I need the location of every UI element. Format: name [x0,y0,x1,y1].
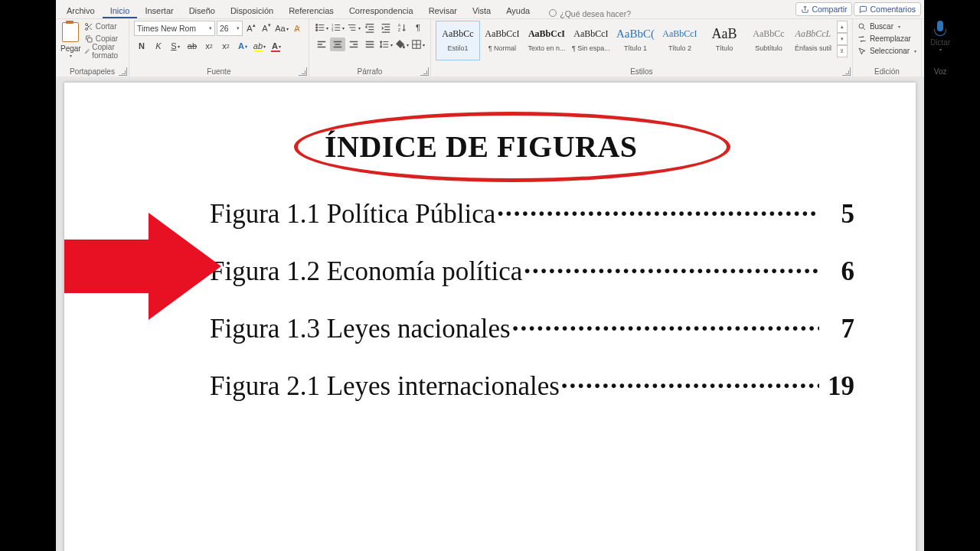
toc-row-3[interactable]: Figura 1.3 Leyes nacionales 7 [210,305,854,344]
svg-text:Z: Z [398,28,401,32]
styles-launcher[interactable] [842,67,851,76]
font-launcher[interactable] [299,67,307,76]
paint-bucket-icon [395,39,406,50]
group-label-font: Fuente [134,67,304,77]
group-voice: Dictar ▾ Voz [922,19,959,77]
show-marks-button[interactable]: ¶ [410,21,426,34]
replace-button[interactable]: Reemplazar [858,33,911,44]
ellipse-annotation [294,112,730,182]
tab-disposicion[interactable]: Disposición [223,4,281,18]
decrease-indent-button[interactable] [362,21,377,34]
line-spacing-icon [379,39,390,50]
align-center-button[interactable] [330,37,345,51]
tab-inicio[interactable]: Inicio [103,4,138,18]
align-center-icon [332,39,343,50]
line-spacing-button[interactable]: ▾ [378,37,394,51]
clear-format-button[interactable]: A̷ [290,21,304,35]
bullets-icon [315,22,325,33]
tab-insertar[interactable]: Insertar [137,4,181,18]
comment-icon [859,5,867,14]
select-button[interactable]: Seleccionar▾ [858,45,916,57]
tell-me-placeholder: ¿Qué desea hacer? [560,9,631,18]
svg-point-3 [316,24,318,26]
strike-button[interactable]: ab [185,39,200,53]
tab-revisar[interactable]: Revisar [421,4,465,18]
styles-scroll: ▴ ▾ ⊻ [837,21,848,57]
find-button[interactable]: Buscar▾ [858,21,900,32]
style-subtitulo[interactable]: AaBbCcSubtítulo [746,21,791,60]
shrink-font-button[interactable]: A▾ [260,21,273,35]
numbering-button[interactable]: 123▾ [330,21,345,34]
change-case-button[interactable]: Aa▾ [275,21,289,35]
tab-ayuda[interactable]: Ayuda [498,4,537,18]
style-titulo[interactable]: AaBTítulo [702,21,746,60]
lightbulb-icon [548,9,557,18]
comments-button[interactable]: Comentarios [854,2,921,16]
styles-down-button[interactable]: ▾ [837,33,848,45]
subscript-button[interactable]: x2 [201,39,217,53]
paragraph-launcher[interactable] [420,67,429,76]
highlight-button[interactable]: ab▾ [252,39,267,53]
toc-row-1[interactable]: Figura 1.1 Política Pública 5 [210,191,854,230]
underline-button[interactable]: S▾ [168,39,183,53]
paste-button[interactable]: Pegar ▾ [60,21,81,58]
sort-button[interactable]: AZ [394,21,410,34]
tab-archivo[interactable]: Archivo [59,4,103,18]
numbering-icon: 123 [331,22,341,33]
scissors-icon [84,22,93,31]
group-label-styles: Estilos [436,67,848,77]
share-icon [801,5,809,14]
multilevel-icon [347,22,358,33]
justify-button[interactable] [362,37,377,51]
font-name-combo[interactable]: Times New Rom▾ [134,21,215,36]
dictate-button[interactable]: Dictar ▾ [926,21,954,52]
style-normal[interactable]: AaBbCcI¶ Normal [480,21,524,60]
style-estilo1[interactable]: AaBbCcEstilo1 [436,21,480,60]
format-painter-button[interactable]: Copiar formato [84,45,124,57]
cut-button[interactable]: Cortar [84,21,124,32]
clipboard-icon [61,22,80,44]
italic-button[interactable]: K [151,39,166,53]
share-button[interactable]: Compartir [795,2,852,16]
styles-up-button[interactable]: ▴ [837,21,848,33]
cursor-icon [858,47,867,56]
align-left-button[interactable] [314,37,329,51]
toc-row-2[interactable]: Figura 1.2 Economía política 6 [210,248,854,287]
multilevel-button[interactable]: ▾ [346,21,361,34]
tab-vista[interactable]: Vista [465,4,498,18]
style-enfasis-sutil[interactable]: AaBbCcLÉnfasis sutil [791,21,835,60]
bullets-button[interactable]: ▾ [314,21,329,34]
increase-indent-button[interactable] [378,21,394,34]
document-page[interactable]: ÍNDICE DE FIGURAS Figura 1.1 Política Pú… [64,83,916,551]
tab-correspondencia[interactable]: Correspondencia [341,4,421,18]
styles-more-button[interactable]: ⊻ [837,45,848,57]
svg-point-5 [316,30,318,31]
style-titulo2[interactable]: AaBbCcITítulo 2 [658,21,702,60]
ribbon-tabs: Archivo Inicio Insertar Diseño Disposici… [56,0,924,19]
tell-me-search[interactable]: ¿Qué desea hacer? [548,9,631,18]
style-texto-en-n[interactable]: AaBbCcITexto en n... [524,21,569,60]
grow-font-button[interactable]: A▴ [244,21,258,35]
replace-icon [858,34,867,44]
tab-diseno[interactable]: Diseño [181,4,223,18]
text-effects-button[interactable]: A▾ [235,39,250,53]
leader-dots [524,248,819,280]
leader-dots [512,305,819,337]
font-color-button[interactable]: A▾ [269,39,284,53]
style-titulo1[interactable]: AaBbC(Título 1 [613,21,658,60]
document-area[interactable]: ÍNDICE DE FIGURAS Figura 1.1 Política Pú… [56,77,924,551]
font-size-combo[interactable]: 26▾ [217,21,243,36]
group-styles: AaBbCcEstilo1 AaBbCcI¶ Normal AaBbCcITex… [431,19,853,77]
clipboard-launcher[interactable] [119,67,127,76]
leader-dots [497,191,819,223]
borders-button[interactable]: ▾ [410,37,426,51]
microphone-icon [934,21,946,37]
styles-gallery[interactable]: AaBbCcEstilo1 AaBbCcI¶ Normal AaBbCcITex… [436,21,848,60]
style-sin-espaciado[interactable]: AaBbCcI¶ Sin espa... [569,21,613,60]
shading-button[interactable]: ▾ [394,37,410,51]
superscript-button[interactable]: x2 [218,39,234,53]
tab-referencias[interactable]: Referencias [281,4,341,18]
align-right-button[interactable] [346,37,361,51]
bold-button[interactable]: N [134,39,149,53]
toc-row-4[interactable]: Figura 2.1 Leyes internacionales 19 [210,363,854,402]
